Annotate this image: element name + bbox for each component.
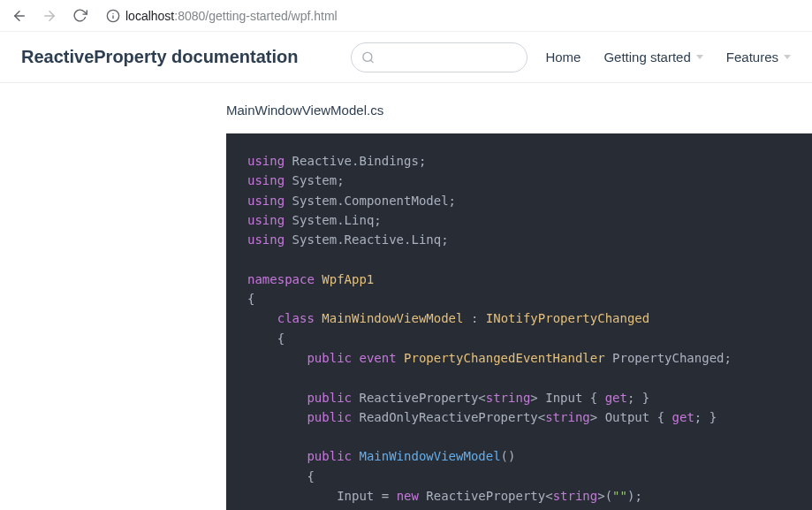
builtin-string: string [553,489,598,503]
svg-line-6 [371,59,374,62]
back-button[interactable] [7,4,32,28]
type: ReactiveProperty [359,391,478,405]
arrow-left-icon [11,8,27,24]
url-port: :8080 [174,9,205,23]
type: ReadOnlyReactiveProperty [359,410,537,424]
semi: ; [419,154,426,168]
kw-using: using [247,154,285,168]
ns: System.Reactive.Linq [292,232,442,247]
kw-using: using [247,213,285,227]
builtin-string: string [486,391,531,405]
code-file-label: MainWindowViewModel.cs [226,103,812,118]
lbrace: { [590,391,597,405]
ns: System [292,173,338,187]
kw-using: using [247,173,285,187]
ns-app: WpfApp1 [322,272,374,286]
eq: = [382,489,389,503]
lbrace: { [307,469,314,483]
rbrace: } [642,391,649,405]
arrow-right-icon [42,8,57,24]
gt: > [597,489,604,503]
semi: ; [337,173,344,187]
lparen: ( [605,489,612,503]
search-icon [361,50,375,64]
nav-home[interactable]: Home [545,49,581,65]
lt: < [545,489,552,503]
type: PropertyChangedEventHandler [404,351,605,365]
nav-features[interactable]: Features [726,49,791,65]
gt: > [590,410,597,424]
lt: < [538,410,545,424]
kw-using: using [247,194,285,208]
lbrace: { [657,410,664,424]
iface: INotifyPropertyChanged [486,311,649,325]
ctor: MainWindowViewModel [359,449,500,463]
search-wrap [351,42,527,72]
str-empty: "" [612,489,627,503]
chevron-down-icon [784,55,791,59]
class-name: MainWindowViewModel [322,311,463,325]
url-text: localhost:8080/getting-started/wpf.html [125,9,338,23]
nav-features-label: Features [726,49,778,65]
semi: ; [374,213,381,227]
site-title[interactable]: ReactiveProperty documentation [21,47,298,67]
forward-button[interactable] [37,4,62,28]
gt: > [530,391,537,405]
ns: Reactive.Bindings [292,154,419,168]
prop: Input [545,391,582,405]
type: ReactiveProperty [426,489,545,503]
kw-class: class [277,311,315,325]
primary-nav: Home Getting started Features [545,49,791,65]
kw-namespace: namespace [247,272,315,286]
ns: System.Linq [292,213,375,227]
colon: : [471,311,478,325]
info-icon [106,9,120,23]
page-content: MainWindowViewModel.cs using Reactive.Bi… [0,83,812,510]
prop: PropertyChanged [612,351,724,365]
search-input[interactable] [351,42,527,72]
kw-public: public [307,449,352,463]
kw-new: new [397,489,419,503]
semi: ; [634,489,641,503]
kw-public: public [307,410,352,424]
semi: ; [627,391,634,405]
prop: Output [605,410,650,424]
nav-getting-started[interactable]: Getting started [603,49,702,65]
kw-using: using [247,232,285,247]
rbrace: } [710,410,717,424]
semi: ; [441,232,448,247]
reload-button[interactable] [67,4,92,28]
semi: ; [449,194,456,208]
lbrace: { [247,292,254,306]
builtin-string: string [545,410,590,424]
kw-event: event [359,351,396,365]
assign-lhs: Input [337,489,374,503]
kw-public: public [307,391,352,405]
lparen: ( [501,449,508,463]
browser-chrome: localhost:8080/getting-started/wpf.html [0,0,812,32]
url-path: /getting-started/wpf.html [205,9,337,23]
address-bar[interactable]: localhost:8080/getting-started/wpf.html [104,4,339,28]
chevron-down-icon [696,55,703,59]
code-block[interactable]: using Reactive.Bindings; using System; u… [226,133,812,510]
nav-getting-started-label: Getting started [603,49,690,65]
lt: < [478,391,485,405]
nav-home-label: Home [545,49,581,65]
url-host: localhost [125,9,174,23]
lbrace: { [277,331,285,346]
kw-get: get [672,410,694,424]
reload-icon [72,8,87,23]
semi: ; [694,410,702,424]
site-header: ReactiveProperty documentation Home Gett… [0,32,812,83]
kw-public: public [307,351,352,365]
rparen: ) [508,449,515,463]
semi: ; [725,351,732,365]
kw-get: get [605,391,627,405]
ns: System.ComponentModel [292,194,449,208]
